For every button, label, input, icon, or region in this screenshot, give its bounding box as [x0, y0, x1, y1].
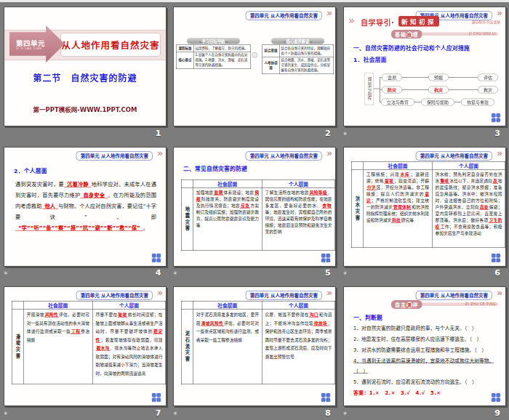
- slide-number: 2: [325, 129, 331, 138]
- slide-number: 8: [325, 408, 331, 418]
- template-credit: 第一PPT模板网-WWW.1PPT.COM: [4, 105, 166, 114]
- unit-header-badge: 第四单元 从人地作用看自然灾害: [76, 291, 153, 300]
- table-header-row: 社会层面 个人层面: [182, 179, 336, 188]
- banner-side-note: 课前预习·夯实双基: [471, 19, 500, 24]
- row-label: 综合思维: [262, 45, 281, 57]
- pill-pinyin: ZI ZHU CE PING: [465, 302, 495, 306]
- header-chevron-icon: »: [497, 149, 502, 158]
- slide-number: 3: [494, 129, 500, 138]
- question-item: 1．对自然灾害的防避只是政府的事，与个人无关。（ ）: [353, 323, 498, 334]
- header-chevron-icon: »: [157, 149, 163, 158]
- slide-sorter-grid: 从人地作用看自然灾害 第四单元 DI SI DAN YUAN 第二节 自然灾害的…: [0, 0, 509, 420]
- diagram-box-insurance: 保险与援助: [421, 99, 454, 106]
- objectives-table-title: ◄ 学习目标导航 ►: [187, 38, 240, 44]
- diagram-box-assess: 评估: [478, 74, 498, 81]
- heading-true-false: 一、判断题: [353, 313, 382, 321]
- diagram-box-monitor: 监测: [382, 74, 402, 81]
- social-measures-cell: 对于泥石流易发多发的地区，要开展滑坡风险性评估，必要时可对一些重点区域和沟谷进行…: [193, 310, 262, 384]
- slide-number: 6: [494, 268, 500, 278]
- question-item: 2．地震发生时，住在高层楼房的人应迅速下楼逃生。（ ）: [353, 334, 498, 344]
- slide-8[interactable]: 第四单元 从人地作用看自然灾害 » 社会层面 个人层面 泥石流灾害 对于泥石流易…: [173, 286, 336, 406]
- unit-header-badge: 第四单元 从人地作用看自然灾害: [246, 11, 322, 20]
- transition-star-icon[interactable]: ✶: [3, 411, 9, 417]
- diagram-box-legislation: 立法与教育: [381, 99, 414, 106]
- row-label: 人地协调观: [262, 57, 281, 73]
- header-chevron-icon: »: [327, 149, 333, 158]
- self-test-pill-row: 自主测评 ZI ZHU CE PING: [391, 301, 498, 308]
- banner-boxed-title: 新知初探: [398, 16, 439, 27]
- slide-thumbnail-cell-7[interactable]: 第四单元 从人地作用看自然灾害 » 社会层面 个人层面 滑坡灾害 开展滑坡风险性…: [0, 280, 169, 420]
- table-corner-cell: [351, 161, 363, 170]
- unit-header-badge: 第四单元 从人地作用看自然灾害: [415, 151, 492, 161]
- transition-star-icon[interactable]: ✶: [342, 131, 348, 137]
- self-test-pill: 自主测评: [391, 300, 422, 309]
- diagram-root-box: 规划与指挥: [364, 73, 374, 105]
- row-content: 1.掌握个人在自然灾害防避中的应对措施。2.地震、洪水、滑坡、泥石流等灾害的防避…: [194, 52, 251, 68]
- heading-1: 一、自然灾害防避的社会行动和个人应对措施: [353, 44, 470, 52]
- unit-header-badge: 第四单元 从人地作用看自然灾害: [76, 151, 153, 161]
- slide-9[interactable]: 第四单元 从人地作用看自然灾害 » 自主测评 ZI ZHU CE PING 一、…: [343, 286, 506, 406]
- slide-thumbnail-cell-8[interactable]: 第四单元 从人地作用看自然灾害 » 社会层面 个人层面 泥石流灾害 对于泥石流易…: [169, 280, 339, 420]
- table-row: 课程标准 运用资料，了解避灾、防灾的措施。: [177, 45, 252, 52]
- diagram-box-forecast: 预报: [428, 74, 449, 81]
- slide-number: 1: [156, 129, 161, 138]
- slide-thumbnail-cell-6[interactable]: 第四单元 从人地作用看自然灾害 » 社会层面 个人层面 洪水灾害 工程措施：兴建…: [340, 140, 509, 280]
- slide-thumbnail-cell-5[interactable]: 第四单元 从人地作用看自然灾害 » 二、常见自然灾害的防避 社会层面 个人层面 …: [169, 140, 339, 280]
- slide-3[interactable]: 第四单元 从人地作用看自然灾害 » » 自学导引· 新知初探 课前预习·夯实双基…: [343, 7, 506, 126]
- slide-2[interactable]: 第四单元 从人地作用看自然灾害 » ◄ 学习目标导航 ► 课程标准 运用资料，了…: [173, 7, 336, 126]
- header-chevron-icon: »: [157, 288, 163, 297]
- slide-1[interactable]: 从人地作用看自然灾害 第四单元 DI SI DAN YUAN 第二节 自然灾害的…: [4, 7, 167, 126]
- social-measures-cell: 加强地震监测体系建设；地震预报科技攻关；防震避灾制度建设及执行情况督查；地震应急…: [193, 187, 262, 250]
- slide-4[interactable]: 第四单元 从人地作用看自然灾害 » 2．个人层面 遇到突发灾害时，要沉着冷静地科…: [4, 147, 167, 267]
- table-corner-cell: [12, 302, 23, 310]
- row-label: 核心要点: [177, 52, 195, 68]
- table-corner-cell: [182, 179, 193, 188]
- row-label-cell: 地震灾害: [182, 187, 193, 250]
- right-arrow-icon: ►: [310, 40, 313, 44]
- circled-char: 梳: [406, 32, 413, 39]
- transition-star-icon[interactable]: ✶: [342, 270, 348, 277]
- table-body-row: 洪水灾害 工程措施：兴建水库；退耕还湖；修筑堤坝；疏浚河道；开辟分洪区，开挖分洪…: [351, 169, 505, 247]
- slide-thumbnail-cell-4[interactable]: 第四单元 从人地作用看自然灾害 » 2．个人层面 遇到突发灾害时，要沉着冷静地科…: [0, 140, 169, 280]
- personal-measures-cell: 房屋、帐篷不要修建在沟口和沟道上；不能将冲沟当作垃圾排放场；保护和改善山区生态环…: [262, 310, 336, 384]
- subsection-pill-row: 基础梳理 JI CHU SHU LI: [391, 31, 498, 38]
- answers-line: 答案：1.× 2.× 3.√ 4.√ 5.×: [353, 389, 498, 396]
- row-label: 洪水灾害: [353, 195, 361, 221]
- row-content: 结合各自然灾害的特征，理解政府和个人防避自然灾害的措施。: [280, 45, 334, 57]
- column-header-social: 社会层面: [193, 302, 262, 310]
- objectives-table-group: ◄ 学习目标导航 ► 课程标准 运用资料，了解避灾、防灾的措施。 核心要点 1.…: [176, 38, 251, 69]
- slide-thumbnail-cell-3[interactable]: 第四单元 从人地作用看自然灾害 » » 自学导引· 新知初探 课前预习·夯实双基…: [340, 0, 509, 140]
- slide-7[interactable]: 第四单元 从人地作用看自然灾害 » 社会层面 个人层面 滑坡灾害 开展滑坡风险性…: [4, 286, 167, 406]
- header-chevron-icon: »: [327, 288, 333, 297]
- slide-thumbnail-cell-9[interactable]: 第四单元 从人地作用看自然灾害 » 自主测评 ZI ZHU CE PING 一、…: [340, 280, 509, 420]
- transition-star-icon[interactable]: ✶: [172, 270, 178, 277]
- transition-star-icon[interactable]: ✶: [172, 411, 178, 417]
- right-arrow-icon: ►: [225, 40, 228, 44]
- table-corner-cell: [182, 302, 193, 310]
- diagram-line: [373, 89, 380, 89]
- personal-measures-cell: 尽量不要在陡坡前长时间逗留；在陡坡上面或坡脚从事生活或者生产活动时，尽量不要破坏…: [92, 310, 166, 384]
- nav-grid-badge-icon: [492, 393, 500, 402]
- slide-thumbnail-cell-2[interactable]: 第四单元 从人地作用看自然灾害 » ◄ 学习目标导航 ► 课程标准 运用资料，了…: [169, 0, 339, 140]
- row-label-cell: 洪水灾害: [351, 169, 363, 247]
- slide-number: 7: [156, 408, 161, 418]
- debris-flow-table: 社会层面 个人层面 泥石流灾害 对于泥石流易发多发的地区，要开展滑坡风险性评估，…: [181, 301, 335, 384]
- connector-circle: [252, 52, 258, 58]
- section-banner: » 自学导引· 新知初探 课前预习·夯实双基: [348, 16, 501, 28]
- table-header-row: 社会层面 个人层面: [12, 302, 166, 310]
- transition-star-icon[interactable]: ✶: [3, 270, 9, 277]
- diagram-box-rescue: 救灾: [478, 86, 498, 94]
- row-label: 泥石流灾害: [184, 331, 191, 363]
- transition-star-icon[interactable]: ✶: [342, 411, 348, 417]
- unit-title-box: 从人地作用看自然灾害: [60, 33, 161, 57]
- slide-thumbnail-cell-1[interactable]: 从人地作用看自然灾害 第四单元 DI SI DAN YUAN 第二节 自然灾害的…: [0, 0, 169, 140]
- nav-grid-badge-icon: [152, 393, 161, 402]
- unit-header-badge: 第四单元 从人地作用看自然灾害: [246, 151, 322, 161]
- row-content: 运用资料，了解避灾、防灾的措施。: [194, 45, 251, 52]
- slide-6[interactable]: 第四单元 从人地作用看自然灾害 » 社会层面 个人层面 洪水灾害 工程措施：兴建…: [343, 147, 506, 267]
- heading-2: 1．社会层面: [353, 55, 387, 63]
- row-content: 结合地震、洪水、滑坡、泥石流等灾害的发生、成因及特点，分析掌握各自然灾害的防避措…: [280, 57, 334, 73]
- table-row: 综合思维 结合各自然灾害的特征，理解政府和个人防避自然灾害的措施。: [262, 45, 334, 57]
- social-measures-cell: 工程措施：兴建水库；退耕还湖；修筑堤坝；疏浚河道；开辟分洪区，开挖分洪道等。非工…: [363, 169, 432, 247]
- slide-5[interactable]: 第四单元 从人地作用看自然灾害 » 二、常见自然灾害的防避 社会层面 个人层面 …: [173, 147, 336, 267]
